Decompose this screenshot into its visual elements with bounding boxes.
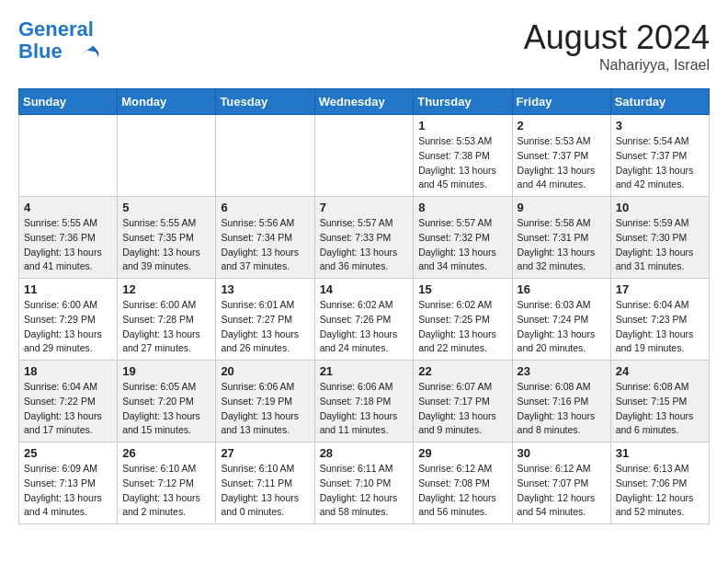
weekday-header-wednesday: Wednesday: [314, 89, 414, 115]
calendar-cell: 2Sunrise: 5:53 AM Sunset: 7:37 PM Daylig…: [512, 115, 610, 197]
day-detail: Sunrise: 6:02 AM Sunset: 7:25 PM Dayligh…: [418, 298, 506, 356]
logo-general: General: [18, 17, 94, 40]
calendar-cell: 22Sunrise: 6:07 AM Sunset: 7:17 PM Dayli…: [414, 361, 512, 442]
page-header: General Blue August 2024 Nahariyya, Isra…: [18, 18, 710, 74]
calendar-title-block: August 2024 Nahariyya, Israel: [524, 18, 710, 74]
calendar-cell: 28Sunrise: 6:11 AM Sunset: 7:10 PM Dayli…: [314, 442, 414, 524]
day-detail: Sunrise: 6:09 AM Sunset: 7:13 PM Dayligh…: [24, 462, 112, 520]
weekday-header-saturday: Saturday: [610, 89, 709, 115]
calendar-cell: 9Sunrise: 5:58 AM Sunset: 7:31 PM Daylig…: [512, 197, 610, 279]
day-number: 1: [418, 119, 506, 132]
calendar-cell: [216, 115, 314, 197]
calendar-cell: 30Sunrise: 6:12 AM Sunset: 7:07 PM Dayli…: [512, 442, 610, 524]
day-detail: Sunrise: 6:05 AM Sunset: 7:20 PM Dayligh…: [122, 380, 210, 438]
day-number: 31: [616, 446, 704, 460]
weekday-header-tuesday: Tuesday: [216, 89, 314, 115]
day-detail: Sunrise: 6:08 AM Sunset: 7:16 PM Dayligh…: [518, 380, 606, 438]
calendar-cell: 29Sunrise: 6:12 AM Sunset: 7:08 PM Dayli…: [414, 442, 512, 524]
day-detail: Sunrise: 6:00 AM Sunset: 7:28 PM Dayligh…: [122, 298, 210, 356]
calendar-cell: 11Sunrise: 6:00 AM Sunset: 7:29 PM Dayli…: [19, 279, 118, 361]
calendar-cell: 18Sunrise: 6:04 AM Sunset: 7:22 PM Dayli…: [19, 361, 118, 442]
weekday-header-sunday: Sunday: [19, 89, 118, 115]
day-number: 5: [122, 201, 210, 214]
day-number: 25: [24, 446, 112, 460]
day-detail: Sunrise: 5:58 AM Sunset: 7:31 PM Dayligh…: [518, 216, 606, 274]
day-detail: Sunrise: 5:55 AM Sunset: 7:36 PM Dayligh…: [24, 216, 112, 274]
day-detail: Sunrise: 6:01 AM Sunset: 7:27 PM Dayligh…: [221, 298, 309, 356]
calendar-cell: 13Sunrise: 6:01 AM Sunset: 7:27 PM Dayli…: [216, 279, 314, 361]
calendar-cell: 3Sunrise: 5:54 AM Sunset: 7:37 PM Daylig…: [610, 115, 709, 197]
calendar-cell: 21Sunrise: 6:06 AM Sunset: 7:18 PM Dayli…: [314, 361, 414, 442]
day-number: 4: [24, 201, 112, 214]
day-number: 16: [518, 282, 606, 296]
calendar-cell: [118, 115, 216, 197]
day-number: 3: [616, 119, 704, 132]
day-detail: Sunrise: 6:11 AM Sunset: 7:10 PM Dayligh…: [320, 462, 409, 520]
day-detail: Sunrise: 6:00 AM Sunset: 7:29 PM Dayligh…: [24, 298, 112, 356]
calendar-cell: 8Sunrise: 5:57 AM Sunset: 7:32 PM Daylig…: [414, 197, 512, 279]
calendar-week-row: 4Sunrise: 5:55 AM Sunset: 7:36 PM Daylig…: [19, 197, 710, 279]
calendar-cell: 17Sunrise: 6:04 AM Sunset: 7:23 PM Dayli…: [610, 279, 709, 361]
day-detail: Sunrise: 5:57 AM Sunset: 7:32 PM Dayligh…: [418, 216, 506, 274]
day-number: 28: [320, 446, 409, 460]
calendar-cell: 20Sunrise: 6:06 AM Sunset: 7:19 PM Dayli…: [216, 361, 314, 442]
day-detail: Sunrise: 5:53 AM Sunset: 7:37 PM Dayligh…: [518, 134, 606, 192]
day-detail: Sunrise: 6:04 AM Sunset: 7:23 PM Dayligh…: [616, 298, 704, 356]
weekday-header-monday: Monday: [118, 89, 216, 115]
calendar-cell: 23Sunrise: 6:08 AM Sunset: 7:16 PM Dayli…: [512, 361, 610, 442]
day-detail: Sunrise: 5:55 AM Sunset: 7:35 PM Dayligh…: [122, 216, 210, 274]
calendar-cell: 7Sunrise: 5:57 AM Sunset: 7:33 PM Daylig…: [314, 197, 414, 279]
calendar-cell: 26Sunrise: 6:10 AM Sunset: 7:12 PM Dayli…: [118, 442, 216, 524]
calendar-cell: 4Sunrise: 5:55 AM Sunset: 7:36 PM Daylig…: [19, 197, 118, 279]
day-detail: Sunrise: 5:54 AM Sunset: 7:37 PM Dayligh…: [616, 134, 704, 192]
calendar-cell: [19, 115, 118, 197]
day-detail: Sunrise: 6:10 AM Sunset: 7:12 PM Dayligh…: [122, 462, 210, 520]
calendar-week-row: 11Sunrise: 6:00 AM Sunset: 7:29 PM Dayli…: [19, 279, 710, 361]
calendar-cell: 19Sunrise: 6:05 AM Sunset: 7:20 PM Dayli…: [118, 361, 216, 442]
calendar-cell: 27Sunrise: 6:10 AM Sunset: 7:11 PM Dayli…: [216, 442, 314, 524]
day-detail: Sunrise: 6:13 AM Sunset: 7:06 PM Dayligh…: [616, 462, 704, 520]
day-number: 6: [221, 201, 309, 214]
day-detail: Sunrise: 6:12 AM Sunset: 7:08 PM Dayligh…: [418, 462, 506, 520]
day-number: 20: [221, 364, 309, 378]
day-number: 10: [616, 201, 704, 214]
day-number: 13: [221, 282, 309, 296]
day-detail: Sunrise: 6:03 AM Sunset: 7:24 PM Dayligh…: [518, 298, 606, 356]
day-number: 19: [122, 364, 210, 378]
calendar-cell: 5Sunrise: 5:55 AM Sunset: 7:35 PM Daylig…: [118, 197, 216, 279]
day-number: 23: [518, 364, 606, 378]
calendar-cell: 14Sunrise: 6:02 AM Sunset: 7:26 PM Dayli…: [314, 279, 414, 361]
day-number: 30: [518, 446, 606, 460]
day-detail: Sunrise: 6:06 AM Sunset: 7:19 PM Dayligh…: [221, 380, 309, 438]
weekday-header-thursday: Thursday: [414, 89, 512, 115]
day-number: 2: [518, 119, 606, 132]
calendar-cell: 12Sunrise: 6:00 AM Sunset: 7:28 PM Dayli…: [118, 279, 216, 361]
day-detail: Sunrise: 6:10 AM Sunset: 7:11 PM Dayligh…: [221, 462, 309, 520]
day-number: 11: [24, 282, 112, 296]
location-title: Nahariyya, Israel: [524, 57, 710, 74]
day-number: 15: [418, 282, 506, 296]
day-number: 7: [320, 201, 409, 214]
calendar-cell: 10Sunrise: 5:59 AM Sunset: 7:30 PM Dayli…: [610, 197, 709, 279]
calendar-cell: 16Sunrise: 6:03 AM Sunset: 7:24 PM Dayli…: [512, 279, 610, 361]
day-number: 22: [418, 364, 506, 378]
day-number: 17: [616, 282, 704, 296]
calendar-cell: 15Sunrise: 6:02 AM Sunset: 7:25 PM Dayli…: [414, 279, 512, 361]
calendar-cell: 6Sunrise: 5:56 AM Sunset: 7:34 PM Daylig…: [216, 197, 314, 279]
calendar-week-row: 18Sunrise: 6:04 AM Sunset: 7:22 PM Dayli…: [19, 361, 710, 442]
calendar-cell: [314, 115, 414, 197]
day-number: 9: [518, 201, 606, 214]
logo-blue: Blue: [18, 40, 63, 63]
day-number: 18: [24, 364, 112, 378]
day-number: 29: [418, 446, 506, 460]
day-number: 12: [122, 282, 210, 296]
day-number: 8: [418, 201, 506, 214]
day-detail: Sunrise: 5:53 AM Sunset: 7:38 PM Dayligh…: [418, 134, 506, 192]
calendar-cell: 31Sunrise: 6:13 AM Sunset: 7:06 PM Dayli…: [610, 442, 709, 524]
day-number: 21: [320, 364, 409, 378]
day-detail: Sunrise: 6:02 AM Sunset: 7:26 PM Dayligh…: [320, 298, 409, 356]
day-number: 26: [122, 446, 210, 460]
day-number: 14: [320, 282, 409, 296]
calendar-table: SundayMondayTuesdayWednesdayThursdayFrid…: [18, 88, 710, 524]
day-detail: Sunrise: 6:06 AM Sunset: 7:18 PM Dayligh…: [320, 380, 409, 438]
